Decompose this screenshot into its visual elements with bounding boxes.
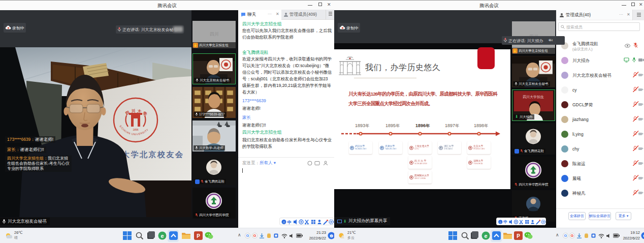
svg-text:G: G bbox=[564, 233, 567, 238]
svg-text:G: G bbox=[246, 233, 249, 238]
svg-text:中: 中 bbox=[503, 220, 507, 224]
svg-text:P: P bbox=[517, 233, 520, 239]
svg-text:e: e bbox=[484, 233, 487, 239]
svg-text:❷: ❷ bbox=[330, 234, 333, 238]
svg-text:e: e bbox=[160, 233, 164, 239]
svg-text:G: G bbox=[571, 233, 574, 238]
svg-text:中: 中 bbox=[287, 220, 292, 225]
svg-text:⌂: ⌂ bbox=[499, 220, 501, 224]
svg-text:G: G bbox=[253, 233, 256, 238]
svg-text:P: P bbox=[197, 233, 200, 239]
svg-text:⌂: ⌂ bbox=[283, 220, 285, 224]
svg-text:1896: 1896 bbox=[133, 128, 138, 131]
svg-text:四川大学招生: 四川大学招生 bbox=[523, 95, 544, 99]
